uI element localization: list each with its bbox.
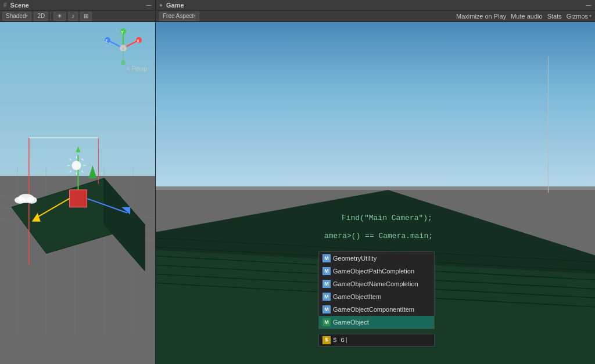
game-panel-icon: ● [159, 2, 163, 8]
svg-point-32 [27, 197, 37, 204]
autocomplete-item-1[interactable]: M GameObjectPathCompletion [319, 265, 434, 277]
svg-line-28 [81, 158, 83, 160]
game-toolbar-right: Maximize on Play Mute audio Stats Gizmos… [456, 13, 592, 20]
dimension-btn[interactable]: 2D [34, 12, 48, 21]
item-0-label: GeometryUtility [333, 255, 377, 262]
aspect-dropdown[interactable]: Free Aspect ▾ [159, 12, 199, 21]
gizmos-arrow: ▾ [589, 13, 592, 19]
scene-gizmo: X Y Z [103, 28, 144, 69]
scene-panel-controls: — [146, 2, 152, 8]
aspect-arrow: ▾ [193, 13, 196, 19]
autocomplete-item-4[interactable]: M GameObjectComponentItem [319, 303, 434, 316]
item-1-icon: M [322, 267, 331, 275]
item-0-icon: M [322, 254, 331, 262]
autocomplete-item-3[interactable]: M GameObjectItem [319, 290, 434, 303]
scene-panel-icon: # [3, 2, 7, 8]
scene-panel-title: Scene [10, 2, 29, 9]
shading-arrow: ▾ [26, 13, 28, 19]
game-minimize-btn[interactable]: — [586, 2, 592, 8]
svg-marker-19 [76, 146, 81, 152]
item-2-icon: M [322, 280, 331, 288]
scene-viewport: X Y Z < Persp [0, 22, 155, 364]
game-viewport: Find("Main Camera"); amera>() == Camera.… [156, 22, 595, 364]
scene-fx-btn[interactable]: ⊞ [80, 12, 92, 21]
svg-text:amera>() == Camera.main;: amera>() == Camera.main; [324, 232, 433, 240]
item-3-label: GameObjectItem [333, 293, 381, 300]
svg-point-20 [72, 161, 81, 170]
svg-line-25 [70, 158, 71, 160]
game-panel-header: ● Game — [156, 0, 595, 10]
toolbar-sep-1 [51, 12, 51, 20]
scene-toolbar: Shaded ▾ 2D ☀ ♪ ⊞ [0, 10, 155, 22]
scene-audio-btn[interactable]: ♪ [68, 12, 78, 21]
mute-audio-btn[interactable]: Mute audio [511, 13, 542, 20]
scene-minimize-btn[interactable]: — [146, 2, 152, 8]
gizmo-svg: X Y Z [103, 28, 144, 69]
svg-point-31 [15, 197, 26, 204]
item-5-label: GameObject [333, 319, 369, 326]
input-value: $ G| [333, 337, 348, 344]
item-5-icon: M [322, 318, 331, 326]
svg-line-26 [81, 171, 83, 172]
svg-marker-29 [88, 165, 96, 178]
item-4-icon: M [322, 305, 331, 313]
scene-lighting-btn[interactable]: ☀ [53, 12, 66, 21]
item-2-label: GameObjectNameCompletion [333, 280, 418, 287]
main-panels: # Scene — Shaded ▾ 2D ☀ ♪ ⊞ [0, 0, 595, 364]
persp-label: < Persp [127, 66, 147, 72]
input-icon: $ [322, 336, 331, 344]
stats-btn[interactable]: Stats [547, 13, 562, 20]
svg-text:Y: Y [121, 30, 124, 34]
svg-text:Find("Main Camera");: Find("Main Camera"); [342, 214, 432, 222]
maximize-on-play-btn[interactable]: Maximize on Play [456, 13, 506, 20]
game-toolbar: Free Aspect ▾ Maximize on Play Mute audi… [156, 10, 595, 22]
item-1-label: GameObjectPathCompletion [333, 268, 414, 275]
svg-text:Z: Z [105, 39, 108, 43]
autocomplete-item-2[interactable]: M GameObjectNameCompletion [319, 277, 434, 290]
autocomplete-popup: M GeometryUtility M GameObjectPathComple… [318, 251, 435, 329]
autocomplete-item-0[interactable]: M GeometryUtility [319, 252, 434, 265]
item-3-icon: M [322, 293, 331, 301]
shading-dropdown[interactable]: Shaded ▾ [2, 12, 31, 21]
scene-panel-header: # Scene — [0, 0, 155, 10]
svg-rect-13 [70, 190, 87, 207]
svg-text:X: X [137, 39, 139, 43]
game-panel-title: Game [166, 2, 184, 9]
game-panel-controls: — [586, 2, 592, 8]
code-input-area: $ $ G| [318, 334, 435, 347]
svg-point-44 [121, 60, 126, 65]
autocomplete-item-5[interactable]: M GameObject [319, 316, 434, 329]
svg-marker-9 [104, 178, 145, 271]
gizmos-btn[interactable]: Gizmos ▾ [567, 13, 592, 20]
item-4-label: GameObjectComponentItem [333, 306, 414, 313]
scene-panel: # Scene — Shaded ▾ 2D ☀ ♪ ⊞ [0, 0, 156, 364]
svg-line-27 [70, 171, 71, 172]
game-panel: ● Game — Free Aspect ▾ Maximize on Play … [156, 0, 595, 364]
